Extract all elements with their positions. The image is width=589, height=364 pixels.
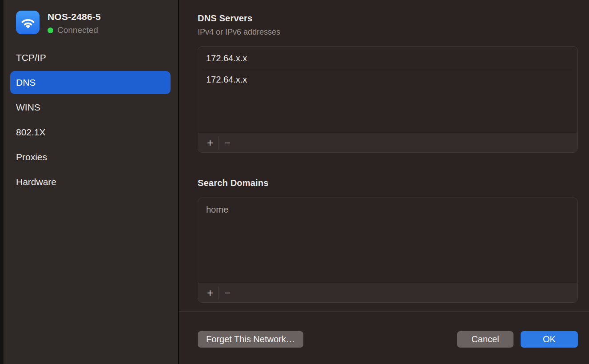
sidebar: NOS-2486-5 Connected TCP/IP DNS WINS xyxy=(4,0,178,364)
dns-server-value: 172.64.x.x xyxy=(206,53,247,63)
dns-servers-footer: + − xyxy=(198,133,577,152)
action-bar-divider xyxy=(179,311,589,312)
sidebar-item-label: 802.1X xyxy=(16,127,46,138)
network-status: Connected xyxy=(48,25,101,35)
sidebar-item[interactable]: WINS xyxy=(10,96,171,119)
network-details-window: NOS-2486-5 Connected TCP/IP DNS WINS xyxy=(0,0,589,364)
window-edge-strip xyxy=(0,0,4,364)
search-domain-value: home xyxy=(206,205,228,215)
search-domains-listbox: home + − xyxy=(198,198,578,303)
minus-icon: − xyxy=(224,288,231,298)
search-domains-footer: + − xyxy=(198,283,577,302)
cancel-button[interactable]: Cancel xyxy=(457,331,513,348)
remove-dns-server-button[interactable]: − xyxy=(219,136,236,150)
plus-icon: + xyxy=(207,288,213,298)
remove-search-domain-button[interactable]: − xyxy=(219,286,236,300)
sidebar-item-label: DNS xyxy=(16,77,36,88)
search-domains-rows: home xyxy=(198,198,577,283)
action-bar: Forget This Network… Cancel OK xyxy=(198,331,578,348)
add-search-domain-button[interactable]: + xyxy=(202,286,219,300)
dns-server-row[interactable]: 172.64.x.x xyxy=(203,47,572,69)
search-domain-row[interactable]: home xyxy=(203,199,572,220)
sidebar-item-label: Hardware xyxy=(16,177,56,187)
main-pane: DNS Servers IPv4 or IPv6 addresses 172.6… xyxy=(179,0,589,364)
sidebar-nav: TCP/IP DNS WINS 802.1X Proxies xyxy=(10,46,178,194)
plus-icon: + xyxy=(207,138,213,148)
network-meta: NOS-2486-5 Connected xyxy=(48,11,101,35)
wifi-icon xyxy=(16,11,40,34)
ok-button[interactable]: OK xyxy=(521,331,578,348)
add-dns-server-button[interactable]: + xyxy=(202,136,219,150)
connected-dot-icon xyxy=(48,28,53,33)
sidebar-item[interactable]: DNS xyxy=(10,71,171,94)
forget-network-button[interactable]: Forget This Network… xyxy=(198,331,303,348)
network-name: NOS-2486-5 xyxy=(48,12,101,22)
sidebar-item-label: Proxies xyxy=(16,152,47,162)
sidebar-item[interactable]: 802.1X xyxy=(10,121,171,144)
dns-server-row[interactable]: 172.64.x.x xyxy=(203,69,572,90)
dns-servers-listbox: 172.64.x.x 172.64.x.x + − xyxy=(198,46,578,153)
connected-label: Connected xyxy=(57,25,98,35)
search-domains-title: Search Domains xyxy=(198,178,578,188)
sidebar-item[interactable]: Proxies xyxy=(10,146,171,169)
minus-icon: − xyxy=(224,138,231,148)
network-header: NOS-2486-5 Connected xyxy=(10,11,178,35)
sidebar-item-label: TCP/IP xyxy=(16,52,46,63)
dns-servers-title: DNS Servers xyxy=(198,13,578,24)
sidebar-item-label: WINS xyxy=(16,102,40,113)
dns-server-value: 172.64.x.x xyxy=(206,75,247,85)
sidebar-item[interactable]: Hardware xyxy=(10,170,171,194)
dns-servers-rows: 172.64.x.x 172.64.x.x xyxy=(198,47,577,133)
dns-servers-subtitle: IPv4 or IPv6 addresses xyxy=(198,28,578,37)
sidebar-item[interactable]: TCP/IP xyxy=(10,46,171,69)
